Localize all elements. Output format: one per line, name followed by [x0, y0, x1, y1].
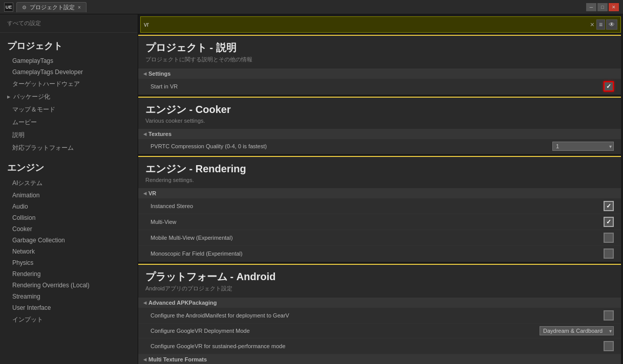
eye-icon: 👁: [609, 21, 615, 28]
platform-android-section: プラットフォーム - Android Androidアプリのプロジェクト設定: [138, 264, 621, 298]
setting-row-googlevr-perf: Configure GoogleVR for sustained-perform…: [138, 338, 621, 354]
googlevr-mode-dropdown[interactable]: Daydream & Cardboard Cardboard Daydream: [540, 326, 614, 335]
sidebar: すべての設定 プロジェクト GameplayTags GameplayTags …: [0, 14, 138, 364]
engine-cooker-desc: Various cooker settings.: [145, 118, 614, 127]
tab-close-button[interactable]: ×: [78, 5, 81, 10]
search-bar: × ≡ 👁: [140, 16, 621, 33]
main-layout: すべての設定 プロジェクト GameplayTags GameplayTags …: [0, 14, 623, 364]
instanced-stereo-checkbox[interactable]: [604, 201, 614, 211]
multi-texture-label: Multi Texture Formats: [148, 356, 207, 362]
engine-rendering-desc: Rendering settings.: [145, 177, 614, 186]
setting-row-instanced-stereo: Instanced Stereo: [138, 198, 621, 214]
multi-view-label: Multi-View: [151, 219, 604, 225]
googlevr-perf-checkbox[interactable]: [604, 341, 614, 351]
start-in-vr-label: Start in VR: [151, 83, 604, 89]
pvrtc-dropdown[interactable]: 0 1 2 3 4: [552, 142, 614, 151]
title-bar: UE ⚙ プロジェクト設定 × ─ □ ✕: [0, 0, 623, 14]
engine-rendering-title: エンジン - Rendering: [145, 162, 614, 176]
sidebar-item-description[interactable]: 説明: [0, 129, 138, 142]
settings-content: プロジェクト - 説明 プロジェクトに関する説明とその他の情報 ◀ Settin…: [138, 35, 623, 364]
textures-group-label: Textures: [148, 131, 171, 137]
multi-view-checkbox[interactable]: [604, 217, 614, 227]
group-header-multi-texture[interactable]: ◀ Multi Texture Formats: [138, 354, 621, 364]
apk-group-label: Advanced APKPackaging: [148, 300, 217, 306]
monoscopic-control: [604, 248, 614, 259]
minimize-button[interactable]: ─: [586, 3, 596, 11]
sidebar-item-platforms[interactable]: 対応プラットフォーム: [0, 142, 138, 154]
close-button[interactable]: ✕: [609, 3, 619, 11]
eye-view-button[interactable]: 👁: [606, 19, 617, 30]
googlevr-perf-control: [604, 341, 614, 351]
sidebar-item-movie[interactable]: ムービー: [0, 116, 138, 129]
sidebar-item-streaming[interactable]: Streaming: [0, 291, 138, 302]
multi-texture-arrow-icon: ◀: [143, 357, 146, 362]
settings-group-vr: ◀ VR Instanced Stereo Multi-View Mob: [138, 188, 621, 262]
multi-view-control: [604, 217, 614, 227]
group-header-vr[interactable]: ◀ VR: [138, 188, 621, 198]
search-input[interactable]: [144, 21, 590, 28]
start-in-vr-control: [604, 81, 614, 92]
group-header-settings[interactable]: ◀ Settings: [138, 69, 621, 79]
project-section-title: プロジェクト: [0, 33, 138, 55]
monoscopic-checkbox[interactable]: [604, 248, 614, 259]
mobile-multi-view-checkbox[interactable]: [604, 233, 614, 243]
sidebar-item-ai[interactable]: AIシステム: [0, 177, 138, 190]
list-view-button[interactable]: ≡: [596, 19, 605, 30]
settings-group-arrow-icon: ◀: [143, 72, 146, 76]
monoscopic-label: Monoscopic Far Field (Experimental): [151, 251, 604, 257]
sidebar-item-collision[interactable]: Collision: [0, 212, 138, 223]
sidebar-item-audio[interactable]: Audio: [0, 201, 138, 212]
sidebar-item-animation[interactable]: Animation: [0, 190, 138, 201]
engine-rendering-section: エンジン - Rendering Rendering settings.: [138, 156, 621, 188]
group-header-textures[interactable]: ◀ Textures: [138, 129, 621, 139]
sidebar-all-settings[interactable]: すべての設定: [0, 14, 138, 33]
start-in-vr-checkbox[interactable]: [604, 81, 614, 92]
content-area: × ≡ 👁 プロジェクト - 説明 プロジェクトに関する説明とその他の情報 ◀ …: [138, 14, 623, 364]
pvrtc-label: PVRTC Compression Quality (0-4, 0 is fas…: [151, 143, 552, 149]
group-header-apk[interactable]: ◀ Advanced APKPackaging: [138, 298, 621, 308]
pvrtc-control: 0 1 2 3 4: [552, 142, 614, 151]
packaging-arrow-icon: ▶: [7, 95, 10, 99]
sidebar-item-rendering-overrides[interactable]: Rendering Overrides (Local): [0, 280, 138, 291]
setting-row-pvrtc: PVRTC Compression Quality (0-4, 0 is fas…: [138, 139, 621, 154]
gearv-label: Configure the AndroidManifest for deploy…: [151, 312, 604, 318]
sidebar-item-input[interactable]: インプット: [0, 313, 138, 326]
sidebar-item-maps-modes[interactable]: マップ＆モード: [0, 103, 138, 116]
list-icon: ≡: [599, 21, 603, 28]
vr-group-arrow-icon: ◀: [143, 191, 146, 196]
setting-row-gearv: Configure the AndroidManifest for deploy…: [138, 308, 621, 324]
instanced-stereo-label: Instanced Stereo: [151, 203, 604, 209]
sidebar-item-user-interface[interactable]: User Interface: [0, 302, 138, 313]
search-clear-button[interactable]: ×: [590, 20, 594, 29]
sidebar-item-physics[interactable]: Physics: [0, 257, 138, 268]
engine-cooker-title: エンジン - Cooker: [145, 103, 614, 117]
sidebar-item-gameplay-tags-dev[interactable]: GameplayTags Developer: [0, 66, 138, 78]
mobile-multi-view-control: [604, 233, 614, 243]
settings-group-apk: ◀ Advanced APKPackaging Configure the An…: [138, 298, 621, 354]
googlevr-mode-control: Daydream & Cardboard Cardboard Daydream: [540, 326, 614, 335]
engine-cooker-section: エンジン - Cooker Various cooker settings.: [138, 97, 621, 129]
settings-group-multi-texture: ◀ Multi Texture Formats: [138, 354, 621, 364]
settings-tab-icon: ⚙: [22, 5, 27, 10]
settings-group-textures: ◀ Textures PVRTC Compression Quality (0-…: [138, 129, 621, 154]
tab-label: プロジェクト設定: [30, 4, 75, 11]
maximize-button[interactable]: □: [597, 3, 608, 11]
sidebar-item-garbage-collection[interactable]: Garbage Collection: [0, 235, 138, 246]
project-description-desc: プロジェクトに関する説明とその他の情報: [145, 56, 614, 66]
sidebar-item-network[interactable]: Network: [0, 246, 138, 257]
sidebar-item-packaging[interactable]: ▶ パッケージ化: [0, 90, 138, 103]
setting-row-mobile-multi-view: Mobile Multi-View (Experimental): [138, 230, 621, 246]
vr-group-label: VR: [148, 190, 156, 196]
window-controls: ─ □ ✕: [586, 3, 619, 11]
sidebar-item-gameplay-tags[interactable]: GameplayTags: [0, 55, 138, 66]
gearv-checkbox[interactable]: [604, 310, 614, 321]
sidebar-item-rendering[interactable]: Rendering: [0, 268, 138, 280]
project-settings-tab[interactable]: ⚙ プロジェクト設定 ×: [16, 2, 87, 12]
settings-group-label: Settings: [148, 71, 170, 77]
setting-row-multi-view: Multi-View: [138, 214, 621, 230]
gearv-control: [604, 310, 614, 321]
setting-row-googlevr-mode: Configure GoogleVR Deployment Mode Daydr…: [138, 324, 621, 338]
sidebar-item-cooker[interactable]: Cooker: [0, 223, 138, 235]
sidebar-item-target-hardware[interactable]: ターゲットハードウェア: [0, 78, 138, 90]
project-description-title: プロジェクト - 説明: [145, 41, 614, 55]
